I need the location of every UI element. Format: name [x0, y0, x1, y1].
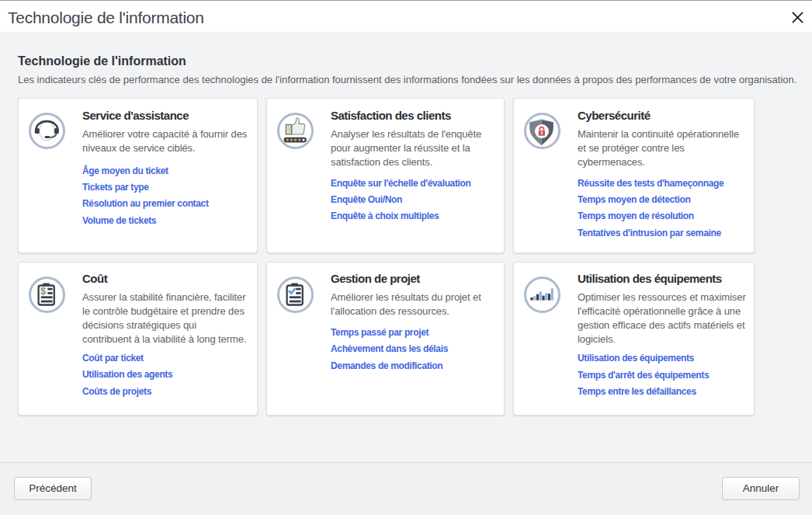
svg-text:$: $: [40, 286, 46, 297]
